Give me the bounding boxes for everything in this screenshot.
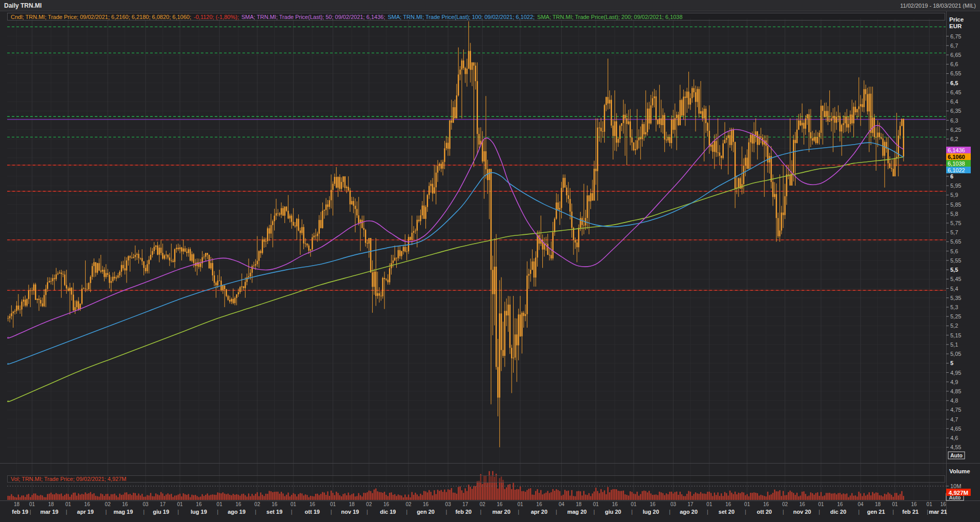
svg-text:mar 19: mar 19 [40, 509, 58, 515]
svg-text:16: 16 [383, 501, 390, 507]
svg-text:18: 18 [875, 501, 881, 507]
svg-text:02: 02 [405, 501, 412, 507]
legend-segment: SMA; TRN.MI; Trade Price(Last); 50; 09/0… [241, 14, 387, 20]
svg-text:|: | [406, 509, 407, 515]
svg-text:mag 19: mag 19 [113, 509, 133, 515]
svg-text:6,1060: 6,1060 [948, 154, 965, 160]
svg-text:16: 16 [940, 501, 946, 507]
svg-text:01: 01 [892, 501, 899, 507]
svg-text:16: 16 [497, 501, 503, 507]
svg-text:03: 03 [142, 501, 149, 507]
chart-title-bar: Daily TRN.MI 11/02/2019 - 18/03/2021 (MI… [0, 0, 980, 11]
svg-text:|: | [445, 509, 447, 515]
svg-text:|: | [105, 509, 107, 515]
svg-text:5,5: 5,5 [950, 267, 958, 273]
svg-text:|: | [927, 509, 928, 515]
svg-text:6,25: 6,25 [950, 127, 961, 133]
svg-text:5,85: 5,85 [950, 202, 961, 208]
svg-text:Auto: Auto [950, 452, 963, 458]
svg-text:dic 19: dic 19 [380, 509, 396, 515]
svg-text:lug 20: lug 20 [643, 509, 659, 515]
svg-text:|: | [30, 509, 31, 515]
svg-text:apr 19: apr 19 [77, 509, 93, 515]
svg-text:5,2: 5,2 [950, 323, 958, 329]
svg-text:04: 04 [559, 501, 565, 507]
svg-text:17: 17 [160, 501, 166, 507]
svg-text:6,1436: 6,1436 [948, 147, 965, 153]
price-pane-legend[interactable]: Cndl; TRN.MI; Trade Price; 09/02/2021; 6… [7, 13, 945, 21]
svg-text:6,65: 6,65 [950, 52, 961, 58]
chart-plot-surface[interactable]: PriceEUR6,756,76,656,66,556,56,456,46,35… [0, 11, 980, 522]
svg-text:|: | [707, 509, 708, 515]
axis-value-label-2: 6,1038 [946, 160, 971, 167]
price-axis-auto-button[interactable]: Auto [948, 452, 965, 459]
volume-pane-legend[interactable]: Vol; TRN.MI; Trade Price; 09/02/2021; 4,… [7, 475, 945, 483]
svg-text:16: 16 [235, 501, 241, 507]
svg-text:6,55: 6,55 [950, 70, 961, 76]
svg-text:|: | [66, 509, 67, 515]
svg-text:6,7: 6,7 [950, 43, 958, 49]
legend-segment: SMA; TRN.MI; Trade Price(Last); 200; 09/… [537, 14, 683, 20]
svg-text:6,1022: 6,1022 [948, 167, 965, 173]
svg-text:|: | [291, 509, 293, 515]
svg-text:5,15: 5,15 [950, 332, 961, 338]
svg-text:5,55: 5,55 [950, 257, 961, 264]
svg-text:lug 19: lug 19 [191, 509, 207, 515]
chart-title: Daily TRN.MI [4, 2, 42, 9]
svg-text:01: 01 [217, 501, 223, 507]
date-range-label: 11/02/2019 - 18/03/2021 (MIL) [900, 3, 976, 9]
svg-text:16: 16 [122, 501, 128, 507]
svg-text:01: 01 [818, 501, 824, 507]
svg-text:16: 16 [799, 501, 805, 507]
legend-segment: Cndl; TRN.MI; Trade Price; 09/02/2021; 6… [11, 14, 193, 20]
svg-text:5: 5 [950, 360, 953, 366]
svg-text:01: 01 [706, 501, 712, 507]
svg-text:4,7: 4,7 [950, 416, 958, 423]
svg-text:|: | [783, 509, 784, 515]
svg-text:02: 02 [105, 501, 111, 507]
svg-text:01: 01 [177, 501, 183, 507]
svg-text:02: 02 [782, 501, 788, 507]
svg-text:4,55: 4,55 [950, 444, 961, 450]
svg-text:5,75: 5,75 [950, 220, 961, 226]
svg-text:|: | [745, 509, 746, 515]
svg-text:|: | [669, 509, 670, 515]
svg-text:|: | [518, 509, 519, 515]
svg-text:EUR: EUR [949, 23, 962, 29]
svg-text:set 19: set 19 [267, 509, 282, 515]
svg-text:03: 03 [670, 501, 677, 507]
svg-text:16: 16 [536, 501, 542, 507]
svg-text:16: 16 [272, 501, 278, 507]
svg-text:4,85: 4,85 [950, 388, 961, 394]
svg-text:5,8: 5,8 [950, 211, 958, 217]
svg-text:01: 01 [29, 501, 35, 507]
svg-text:6,35: 6,35 [950, 108, 961, 114]
svg-text:ago 20: ago 20 [680, 509, 698, 515]
svg-text:5,45: 5,45 [950, 276, 961, 282]
svg-text:18: 18 [14, 501, 20, 507]
axis-value-label-0: 6,1436 [946, 147, 971, 153]
svg-text:16: 16 [84, 501, 90, 507]
svg-text:5,9: 5,9 [950, 192, 958, 198]
charting-app-window: Daily TRN.MI 11/02/2019 - 18/03/2021 (MI… [0, 0, 980, 522]
svg-text:|: | [631, 509, 633, 515]
svg-text:mar 21: mar 21 [929, 509, 947, 515]
svg-text:|: | [892, 509, 894, 515]
svg-text:giu 19: giu 19 [153, 509, 169, 515]
legend-segment: SMA; TRN.MI; Trade Price(Last); 100; 09/… [388, 14, 537, 20]
svg-text:5,95: 5,95 [950, 183, 961, 189]
svg-text:nov 20: nov 20 [793, 509, 811, 515]
svg-text:16: 16 [911, 501, 917, 507]
svg-text:16: 16 [763, 501, 769, 507]
axis-value-label-3: 6,1022 [946, 167, 971, 173]
svg-text:16: 16 [725, 501, 731, 507]
svg-text:6,5: 6,5 [950, 80, 958, 86]
svg-text:16: 16 [612, 501, 618, 507]
svg-text:ott 20: ott 20 [757, 509, 772, 515]
svg-text:16: 16 [423, 501, 429, 507]
svg-text:5,4: 5,4 [950, 286, 958, 292]
svg-text:18: 18 [48, 501, 54, 507]
svg-text:Volume: Volume [949, 468, 970, 474]
svg-text:5,6: 5,6 [950, 248, 958, 254]
svg-text:01: 01 [631, 501, 637, 507]
